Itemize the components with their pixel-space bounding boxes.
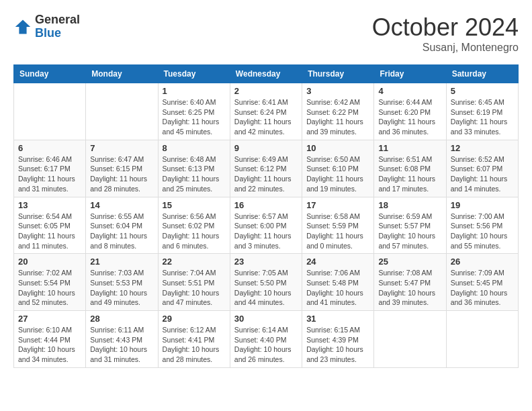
month-title: October 2024 xyxy=(372,13,519,42)
day-number: 3 xyxy=(306,86,369,96)
table-row: 29Sunrise: 6:12 AMSunset: 4:41 PMDayligh… xyxy=(158,311,230,368)
day-number: 4 xyxy=(378,86,441,96)
day-info: Sunrise: 7:03 AMSunset: 5:53 PMDaylight:… xyxy=(90,268,153,308)
table-row: 20Sunrise: 7:02 AMSunset: 5:54 PMDayligh… xyxy=(14,254,86,311)
table-row: 28Sunrise: 6:11 AMSunset: 4:43 PMDayligh… xyxy=(86,311,158,368)
day-info: Sunrise: 7:04 AMSunset: 5:51 PMDaylight:… xyxy=(163,268,226,308)
calendar-week-row: 1Sunrise: 6:40 AMSunset: 6:25 PMDaylight… xyxy=(14,83,519,140)
day-number: 23 xyxy=(234,257,298,267)
day-number: 15 xyxy=(163,200,226,210)
table-row: 30Sunrise: 6:14 AMSunset: 4:40 PMDayligh… xyxy=(230,311,302,368)
day-number: 18 xyxy=(378,200,441,210)
table-row: 9Sunrise: 6:49 AMSunset: 6:12 PMDaylight… xyxy=(230,140,302,197)
day-info: Sunrise: 6:44 AMSunset: 6:20 PMDaylight:… xyxy=(378,97,441,137)
day-info: Sunrise: 6:15 AMSunset: 4:39 PMDaylight:… xyxy=(306,325,369,365)
day-number: 1 xyxy=(163,86,226,96)
table-row xyxy=(446,311,518,368)
logo-blue-text: Blue xyxy=(35,27,80,40)
table-row: 24Sunrise: 7:06 AMSunset: 5:48 PMDayligh… xyxy=(302,254,374,311)
calendar-week-row: 20Sunrise: 7:02 AMSunset: 5:54 PMDayligh… xyxy=(14,254,519,311)
table-row xyxy=(374,311,446,368)
table-row: 4Sunrise: 6:44 AMSunset: 6:20 PMDaylight… xyxy=(374,83,446,140)
day-number: 9 xyxy=(234,143,298,153)
col-friday: Friday xyxy=(374,65,446,83)
day-number: 22 xyxy=(163,257,226,267)
table-row: 17Sunrise: 6:58 AMSunset: 5:59 PMDayligh… xyxy=(302,197,374,254)
day-info: Sunrise: 7:05 AMSunset: 5:50 PMDaylight:… xyxy=(234,268,298,308)
table-row: 27Sunrise: 6:10 AMSunset: 4:44 PMDayligh… xyxy=(14,311,86,368)
day-number: 25 xyxy=(378,257,441,267)
day-info: Sunrise: 6:51 AMSunset: 6:08 PMDaylight:… xyxy=(378,154,441,194)
day-info: Sunrise: 6:54 AMSunset: 6:05 PMDaylight:… xyxy=(18,212,81,251)
table-row: 15Sunrise: 6:56 AMSunset: 6:02 PMDayligh… xyxy=(158,197,230,254)
table-row: 31Sunrise: 6:15 AMSunset: 4:39 PMDayligh… xyxy=(302,311,374,368)
day-info: Sunrise: 6:59 AMSunset: 5:57 PMDaylight:… xyxy=(378,212,441,251)
day-info: Sunrise: 6:40 AMSunset: 6:25 PMDaylight:… xyxy=(163,97,226,137)
table-row: 10Sunrise: 6:50 AMSunset: 6:10 PMDayligh… xyxy=(302,140,374,197)
day-number: 12 xyxy=(451,143,514,153)
table-row: 16Sunrise: 6:57 AMSunset: 6:00 PMDayligh… xyxy=(230,197,302,254)
day-number: 19 xyxy=(451,200,514,210)
col-tuesday: Tuesday xyxy=(158,65,230,83)
calendar-week-row: 27Sunrise: 6:10 AMSunset: 4:44 PMDayligh… xyxy=(14,311,519,368)
day-info: Sunrise: 6:55 AMSunset: 6:04 PMDaylight:… xyxy=(90,212,153,251)
day-info: Sunrise: 6:57 AMSunset: 6:00 PMDaylight:… xyxy=(234,212,298,251)
col-monday: Monday xyxy=(86,65,158,83)
day-info: Sunrise: 6:14 AMSunset: 4:40 PMDaylight:… xyxy=(234,325,298,365)
table-row: 8Sunrise: 6:48 AMSunset: 6:13 PMDaylight… xyxy=(158,140,230,197)
day-number: 14 xyxy=(90,200,153,210)
day-info: Sunrise: 7:08 AMSunset: 5:47 PMDaylight:… xyxy=(378,268,441,308)
header: General Blue October 2024 Susanj, Monten… xyxy=(13,13,519,54)
table-row: 18Sunrise: 6:59 AMSunset: 5:57 PMDayligh… xyxy=(374,197,446,254)
logo-icon xyxy=(13,17,32,36)
logo-general-text: General xyxy=(35,13,80,27)
day-number: 24 xyxy=(306,257,369,267)
table-row: 7Sunrise: 6:47 AMSunset: 6:15 PMDaylight… xyxy=(86,140,158,197)
day-info: Sunrise: 7:02 AMSunset: 5:54 PMDaylight:… xyxy=(18,268,81,308)
table-row: 3Sunrise: 6:42 AMSunset: 6:22 PMDaylight… xyxy=(302,83,374,140)
calendar-header-row: Sunday Monday Tuesday Wednesday Thursday… xyxy=(14,65,519,83)
day-number: 5 xyxy=(451,86,514,96)
day-number: 21 xyxy=(90,257,153,267)
day-info: Sunrise: 7:06 AMSunset: 5:48 PMDaylight:… xyxy=(306,268,369,308)
day-info: Sunrise: 6:10 AMSunset: 4:44 PMDaylight:… xyxy=(18,325,81,365)
day-number: 13 xyxy=(18,200,81,210)
table-row: 22Sunrise: 7:04 AMSunset: 5:51 PMDayligh… xyxy=(158,254,230,311)
col-saturday: Saturday xyxy=(446,65,518,83)
day-number: 31 xyxy=(306,314,369,324)
day-info: Sunrise: 6:48 AMSunset: 6:13 PMDaylight:… xyxy=(163,154,226,194)
calendar-table: Sunday Monday Tuesday Wednesday Thursday… xyxy=(13,64,519,368)
logo-text: General Blue xyxy=(35,13,80,40)
col-wednesday: Wednesday xyxy=(230,65,302,83)
day-number: 11 xyxy=(378,143,441,153)
day-number: 26 xyxy=(451,257,514,267)
day-number: 30 xyxy=(234,314,298,324)
location-subtitle: Susanj, Montenegro xyxy=(372,42,519,54)
page: General Blue October 2024 Susanj, Monten… xyxy=(0,0,532,375)
day-info: Sunrise: 6:58 AMSunset: 5:59 PMDaylight:… xyxy=(306,212,369,251)
calendar-week-row: 13Sunrise: 6:54 AMSunset: 6:05 PMDayligh… xyxy=(14,197,519,254)
day-info: Sunrise: 6:45 AMSunset: 6:19 PMDaylight:… xyxy=(451,97,514,137)
table-row xyxy=(14,83,86,140)
table-row: 23Sunrise: 7:05 AMSunset: 5:50 PMDayligh… xyxy=(230,254,302,311)
day-number: 16 xyxy=(234,200,298,210)
table-row: 5Sunrise: 6:45 AMSunset: 6:19 PMDaylight… xyxy=(446,83,518,140)
day-info: Sunrise: 6:11 AMSunset: 4:43 PMDaylight:… xyxy=(90,325,153,365)
table-row: 13Sunrise: 6:54 AMSunset: 6:05 PMDayligh… xyxy=(14,197,86,254)
calendar-week-row: 6Sunrise: 6:46 AMSunset: 6:17 PMDaylight… xyxy=(14,140,519,197)
day-number: 27 xyxy=(18,314,81,324)
day-number: 29 xyxy=(163,314,226,324)
table-row: 25Sunrise: 7:08 AMSunset: 5:47 PMDayligh… xyxy=(374,254,446,311)
table-row: 1Sunrise: 6:40 AMSunset: 6:25 PMDaylight… xyxy=(158,83,230,140)
title-block: October 2024 Susanj, Montenegro xyxy=(372,13,519,54)
day-number: 28 xyxy=(90,314,153,324)
table-row xyxy=(86,83,158,140)
day-number: 8 xyxy=(163,143,226,153)
table-row: 14Sunrise: 6:55 AMSunset: 6:04 PMDayligh… xyxy=(86,197,158,254)
col-thursday: Thursday xyxy=(302,65,374,83)
day-info: Sunrise: 6:12 AMSunset: 4:41 PMDaylight:… xyxy=(163,325,226,365)
day-number: 17 xyxy=(306,200,369,210)
day-info: Sunrise: 6:52 AMSunset: 6:07 PMDaylight:… xyxy=(451,154,514,194)
day-number: 6 xyxy=(18,143,81,153)
day-info: Sunrise: 6:49 AMSunset: 6:12 PMDaylight:… xyxy=(234,154,298,194)
